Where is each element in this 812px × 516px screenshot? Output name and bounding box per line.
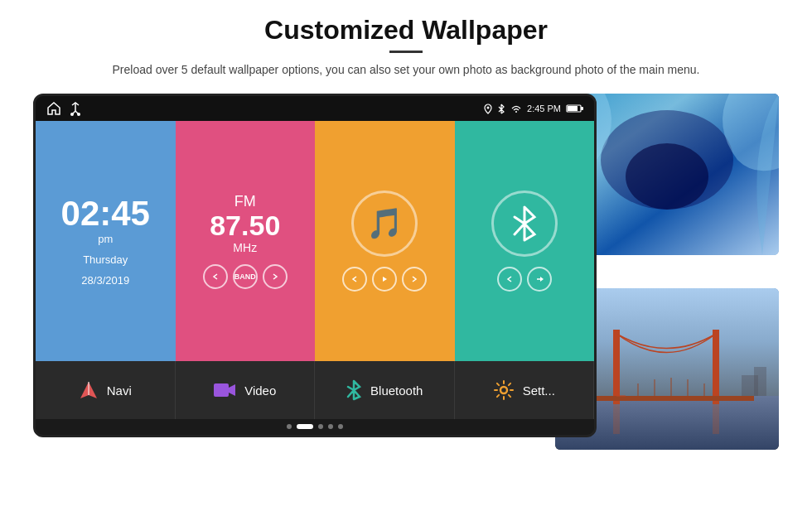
fm-controls: BAND	[203, 264, 288, 289]
svg-rect-29	[214, 383, 229, 397]
svg-rect-6	[713, 330, 719, 404]
clock-date: 28/3/2019	[81, 274, 129, 287]
svg-rect-15	[713, 401, 719, 434]
fm-next-button[interactable]	[263, 264, 288, 289]
svg-rect-26	[581, 107, 583, 110]
app-grid: 02:45 pm Thursday 28/3/2019 FM 87.50 MHz…	[36, 121, 594, 361]
clock-ampm: pm	[98, 233, 113, 245]
title-divider	[389, 51, 423, 53]
music-note-icon: 🎵	[366, 206, 404, 241]
main-area: 2:45 PM 02:45 pm Thursday 28/3/2019 FM	[33, 94, 779, 450]
nav-bar: Navi Video Bluetooth Sett	[36, 361, 594, 419]
navi-icon	[79, 380, 99, 400]
music-play-button[interactable]	[372, 267, 397, 292]
bt-prev-button[interactable]	[497, 267, 522, 292]
battery-icon	[566, 104, 584, 113]
clock-time: 02:45	[61, 196, 150, 231]
usb-icon	[69, 101, 82, 116]
nav-item-video[interactable]: Video	[176, 361, 316, 419]
bluetooth-large-icon	[508, 203, 541, 244]
fm-unit: MHz	[233, 241, 257, 254]
fm-label: FM	[234, 193, 256, 210]
svg-rect-14	[613, 401, 620, 434]
nav-item-bluetooth[interactable]: Bluetooth	[315, 361, 455, 419]
dot-5	[338, 424, 343, 429]
bt-play-button[interactable]	[527, 267, 552, 292]
music-prev-button[interactable]	[342, 267, 367, 292]
nav-label-settings: Sett...	[523, 383, 555, 398]
nav-item-settings[interactable]: Sett...	[455, 361, 595, 419]
svg-point-2	[626, 143, 708, 210]
svg-point-30	[500, 387, 507, 393]
dot-2-active	[297, 424, 313, 429]
page-title: Customized Wallpaper	[66, 15, 746, 46]
nav-item-navi[interactable]: Navi	[36, 361, 176, 419]
fm-band-button[interactable]: BAND	[233, 264, 258, 289]
music-next-button[interactable]	[402, 267, 427, 292]
video-icon	[213, 381, 236, 399]
svg-rect-27	[568, 106, 578, 111]
nav-label-bluetooth: Bluetooth	[370, 383, 423, 398]
status-bar: 2:45 PM	[36, 96, 594, 121]
status-time: 2:45 PM	[527, 104, 561, 113]
svg-rect-18	[754, 367, 766, 396]
svg-point-22	[70, 113, 74, 116]
status-bar-left	[46, 101, 82, 116]
dot-4	[328, 424, 333, 429]
bt-status-icon	[497, 104, 505, 114]
nav-label-navi: Navi	[107, 383, 132, 398]
dots-bar	[36, 419, 594, 434]
page-header: Customized Wallpaper Preload over 5 defa…	[0, 0, 812, 85]
settings-icon	[493, 379, 515, 401]
location-icon	[484, 104, 492, 114]
page-subtitle: Preload over 5 default wallpaper options…	[66, 61, 746, 79]
device-mockup: 2:45 PM 02:45 pm Thursday 28/3/2019 FM	[33, 94, 597, 437]
music-controls	[342, 267, 427, 292]
nav-label-video: Video	[244, 383, 276, 398]
fm-prev-button[interactable]	[203, 264, 228, 289]
tile-bluetooth[interactable]	[455, 121, 595, 361]
signal-icon	[510, 104, 522, 113]
svg-point-24	[487, 106, 490, 109]
tile-clock[interactable]: 02:45 pm Thursday 28/3/2019	[36, 121, 176, 361]
fm-frequency: 87.50	[210, 210, 280, 241]
music-icon-circle: 🎵	[351, 190, 418, 257]
svg-point-23	[77, 113, 80, 116]
status-bar-right: 2:45 PM	[484, 104, 584, 114]
clock-day: Thursday	[83, 253, 128, 266]
tile-music[interactable]: 🎵	[315, 121, 455, 361]
fm-band-label: BAND	[234, 272, 256, 281]
tile-fm[interactable]: FM 87.50 MHz BAND	[176, 121, 316, 361]
bt-icon-circle	[491, 190, 558, 257]
svg-rect-7	[580, 396, 754, 401]
bt-controls	[497, 267, 552, 292]
svg-rect-5	[613, 330, 620, 404]
home-icon	[46, 102, 62, 115]
dot-1	[287, 424, 292, 429]
dot-3	[318, 424, 323, 429]
nav-bt-icon	[346, 379, 362, 401]
